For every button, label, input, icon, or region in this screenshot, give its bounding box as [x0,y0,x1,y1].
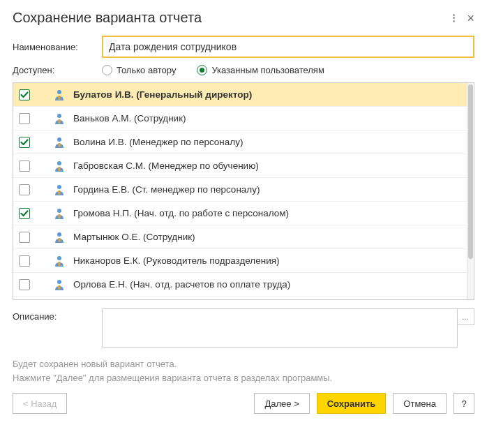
person-icon [54,160,65,172]
svg-point-0 [57,90,61,94]
user-name-label: Никаноров Е.К. (Руководитель подразделен… [73,255,280,266]
radio-author-only[interactable]: Только автору [102,65,176,75]
dialog-title: Сохранение варианта отчета [13,10,202,26]
svg-rect-5 [59,143,61,147]
save-button[interactable]: Сохранить [317,393,387,414]
user-row[interactable]: Никаноров Е.К. (Руководитель подразделен… [13,249,474,273]
user-checkbox[interactable] [19,208,30,219]
svg-rect-13 [59,238,61,242]
user-name-label: Волина И.В. (Менеджер по персоналу) [73,137,243,147]
user-checkbox[interactable] [19,184,30,195]
user-row[interactable]: Ваньков А.М. (Сотрудник) [13,107,474,130]
name-label: Наименование: [13,42,102,52]
radio-specified-label: Указанным пользователям [211,65,324,75]
svg-point-10 [57,209,61,213]
description-input[interactable] [102,308,458,348]
user-checkbox[interactable] [19,160,30,172]
user-name-label: Габровская С.М. (Менеджер по обучению) [73,160,259,171]
radio-icon [102,65,112,75]
radio-specified-users[interactable]: Указанным пользователям [197,65,324,75]
svg-point-14 [57,256,61,260]
user-checkbox[interactable] [19,255,30,267]
user-row[interactable]: Громова Н.П. (Нач. отд. по работе с перс… [13,202,474,225]
user-name-label: Ваньков А.М. (Сотрудник) [73,113,186,124]
svg-point-2 [57,114,61,118]
svg-rect-3 [59,119,61,124]
user-checkbox[interactable] [19,137,30,148]
svg-rect-11 [59,214,61,218]
available-label: Доступен: [13,65,102,75]
person-icon [54,279,65,290]
radio-author-label: Только автору [117,65,176,75]
user-name-label: Орлова Е.Н. (Нач. отд. расчетов по оплат… [73,279,290,290]
scroll-thumb[interactable] [468,84,473,259]
user-row[interactable]: Гордина Е.В. (Ст. менеджер по персоналу) [13,178,474,202]
svg-rect-7 [59,167,61,171]
next-button[interactable]: Далее > [254,393,309,414]
user-name-label: Гордина Е.В. (Ст. менеджер по персоналу) [73,184,260,195]
svg-point-4 [57,137,61,142]
scrollbar[interactable] [467,83,474,299]
person-icon [54,184,65,195]
user-checkbox[interactable] [19,89,30,100]
user-list: Булатов И.В. (Генеральный директор)Ваньк… [13,82,474,300]
user-row[interactable]: Волина И.В. (Менеджер по персоналу) [13,130,474,154]
user-name-label: Мартынюк О.Е. (Сотрудник) [73,232,195,242]
svg-rect-1 [59,96,61,100]
svg-point-6 [57,161,61,165]
user-row[interactable]: Булатов И.В. (Генеральный директор) [13,83,474,107]
user-row[interactable]: Мартынюк О.Е. (Сотрудник) [13,225,474,249]
user-checkbox[interactable] [19,279,30,290]
info-line-2: Нажмите "Далее" для размещения варианта … [13,371,474,385]
svg-rect-9 [59,191,61,195]
user-row[interactable]: Габровская С.М. (Менеджер по обучению) [13,154,474,178]
person-icon [54,89,65,100]
description-expand-button[interactable]: … [458,308,474,325]
svg-rect-15 [59,262,61,266]
user-name-label: Булатов И.В. (Генеральный директор) [73,89,252,100]
user-row[interactable]: Орлова Е.Н. (Нач. отд. расчетов по оплат… [13,273,474,297]
user-checkbox[interactable] [19,113,30,124]
close-icon[interactable]: × [467,12,474,24]
cancel-button[interactable]: Отмена [393,393,447,414]
name-input[interactable] [102,36,474,58]
person-icon [54,113,65,124]
help-button[interactable]: ? [454,393,474,414]
back-button: < Назад [13,393,67,414]
svg-point-12 [57,232,61,237]
radio-icon [197,65,207,75]
description-label: Описание: [13,308,102,348]
person-icon [54,208,65,219]
more-menu-icon[interactable] [449,13,458,23]
person-icon [54,232,65,243]
person-icon [54,137,65,148]
user-name-label: Громова Н.П. (Нач. отд. по работе с перс… [73,208,289,218]
user-checkbox[interactable] [19,232,30,243]
svg-point-8 [57,185,61,189]
svg-rect-17 [59,285,61,290]
person-icon [54,255,65,267]
svg-point-16 [57,280,61,284]
info-line-1: Будет сохранен новый вариант отчета. [13,357,474,371]
